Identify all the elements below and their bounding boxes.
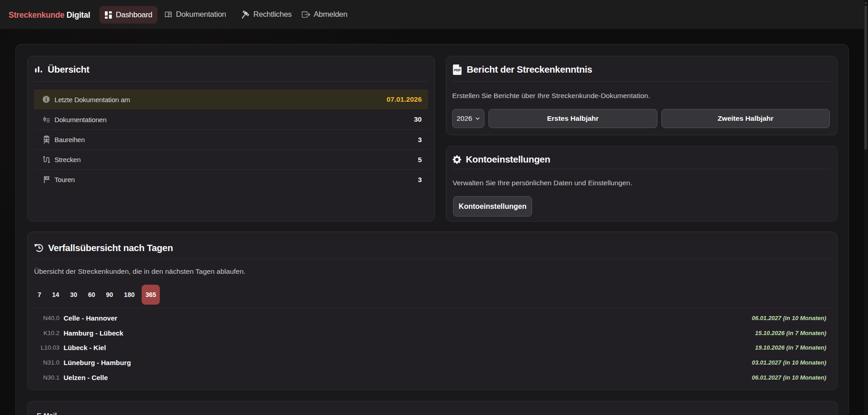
- svg-text:PDF: PDF: [454, 68, 461, 72]
